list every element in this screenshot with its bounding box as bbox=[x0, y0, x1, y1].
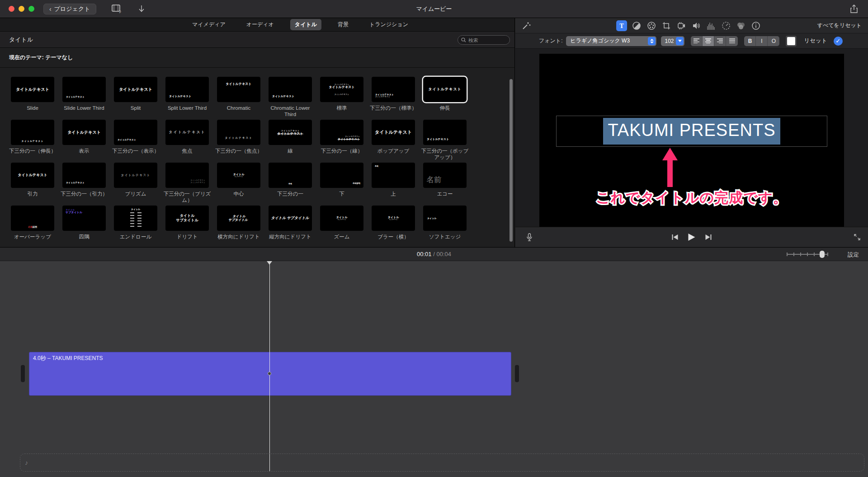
media-import-icon[interactable]: ♪ bbox=[112, 5, 123, 14]
search-field[interactable] bbox=[458, 35, 510, 45]
microphone-icon[interactable] bbox=[526, 233, 533, 242]
title-template-34[interactable]: タイトルサブタイトルブラー（横） bbox=[368, 206, 419, 248]
title-template-30[interactable]: タイトルサブタイトルドリフト bbox=[161, 206, 213, 248]
title-template-9[interactable]: タイトルテキスト下三分の一（伸長） bbox=[7, 120, 58, 163]
zoom-window-button[interactable] bbox=[28, 6, 34, 12]
timeline[interactable]: 4.0秒 – TAKUMI PRESENTS ♪ bbox=[0, 261, 868, 477]
title-template-1[interactable]: タイトルテキストSlide Lower Third bbox=[58, 77, 110, 120]
tab-4[interactable]: トランジション bbox=[365, 19, 413, 30]
skip-forward-icon[interactable] bbox=[705, 234, 712, 240]
title-template-32[interactable]: タイトル サブタイトル縦方向にドリフト bbox=[264, 206, 316, 248]
scrollbar-thumb[interactable] bbox=[509, 79, 513, 242]
title-text-box[interactable]: TAKUMI PRESENTS bbox=[556, 116, 827, 147]
title-template-7[interactable]: タイトルテキストタイトルテキスト下三分の一（標準） bbox=[368, 77, 419, 120]
title-template-19[interactable]: タイトルテキスト下三分の一（引力） bbox=[58, 163, 110, 206]
title-template-27[interactable]: 名前説明オーバーラップ bbox=[7, 206, 58, 248]
crop-icon[interactable] bbox=[661, 20, 672, 31]
italic-button[interactable]: I bbox=[756, 36, 768, 46]
title-template-15[interactable]: タイトルテキストタイトルテキスト下三分の一（線） bbox=[316, 120, 368, 163]
font-size-dropdown[interactable]: 102 bbox=[661, 36, 684, 46]
auto-enhance-wand-icon[interactable] bbox=[521, 21, 531, 31]
align-center-button[interactable] bbox=[703, 36, 714, 46]
settings-button[interactable]: 設定 bbox=[848, 251, 859, 259]
noise-reduction-icon[interactable] bbox=[706, 20, 717, 31]
media-tabbar: マイメディアオーディオタイトル背景トランジション bbox=[0, 18, 514, 32]
align-right-button[interactable] bbox=[714, 36, 726, 46]
preview-canvas[interactable]: TAKUMI PRESENTS これでタイトルの完成です。 bbox=[539, 54, 844, 227]
tab-2[interactable]: タイトル bbox=[290, 19, 321, 30]
template-label: 焦点 bbox=[161, 148, 213, 154]
reset-button[interactable]: リセット bbox=[804, 37, 827, 45]
slider-thumb[interactable] bbox=[820, 251, 825, 258]
title-template-3[interactable]: タイトルテキストSplit Lower Third bbox=[161, 77, 213, 120]
font-family-dropdown[interactable]: ヒラギノ角ゴシック W3 bbox=[566, 36, 656, 46]
title-template-8[interactable]: タイトルテキスト伸長 bbox=[419, 77, 471, 120]
title-template-26[interactable]: 名前エコー bbox=[419, 163, 471, 206]
title-template-24[interactable]: 名前/説明下 bbox=[316, 163, 368, 206]
title-template-28[interactable]: タイトルサブタイトル四隅 bbox=[58, 206, 110, 248]
stabilization-camera-icon[interactable] bbox=[676, 20, 687, 31]
playhead-handle-icon[interactable] bbox=[267, 261, 272, 265]
search-input[interactable] bbox=[468, 37, 505, 43]
tab-1[interactable]: オーディオ bbox=[242, 19, 278, 30]
text-settings-toolbar: フォント: ヒラギノ角ゴシック W3 102 B I O リセット ✓ bbox=[515, 33, 868, 49]
fullscreen-icon[interactable] bbox=[854, 234, 861, 241]
title-template-2[interactable]: タイトルテキストSplit bbox=[110, 77, 161, 120]
align-justify-button[interactable] bbox=[726, 36, 738, 46]
close-window-button[interactable] bbox=[9, 6, 14, 12]
title-template-35[interactable]: タイトルソフトエッジ bbox=[419, 206, 471, 248]
chevron-left-icon: ‹ bbox=[49, 5, 52, 13]
reset-all-button[interactable]: すべてをリセット bbox=[817, 22, 862, 29]
title-template-16[interactable]: タイトルテキストポップアップ bbox=[368, 120, 419, 163]
tab-0[interactable]: マイメディア bbox=[188, 19, 230, 30]
title-template-23[interactable]: 名前下三分の一 bbox=[264, 163, 316, 206]
title-template-13[interactable]: タイトルテキスト下三分の一（焦点） bbox=[213, 120, 264, 163]
title-template-33[interactable]: タイトルサブタイトルズーム bbox=[316, 206, 368, 248]
title-template-22[interactable]: タイトルサブタイトル中心 bbox=[213, 163, 264, 206]
text-color-well[interactable] bbox=[786, 36, 797, 47]
title-template-0[interactable]: タイトルテキストSlide bbox=[7, 77, 58, 120]
title-template-4[interactable]: タイトルテキストChromatic bbox=[213, 77, 264, 120]
title-template-11[interactable]: タイトルテキスト下三分の一（表示） bbox=[110, 120, 161, 163]
thumbnail-text: タイトルサブタイトル bbox=[217, 163, 260, 188]
title-template-12[interactable]: タイトルテキスト焦点 bbox=[161, 120, 213, 163]
title-template-14[interactable]: タイトルテキストタイトルテキスト線 bbox=[264, 120, 316, 163]
title-template-5[interactable]: タイトルテキストChromatic Lower Third bbox=[264, 77, 316, 120]
title-template-6[interactable]: タイトルテキストタイトルテキストタイトルテキスト標準 bbox=[316, 77, 368, 120]
title-template-10[interactable]: タイトルテキスト表示 bbox=[58, 120, 110, 163]
filters-icon[interactable] bbox=[736, 20, 746, 31]
align-left-button[interactable] bbox=[691, 36, 703, 46]
title-template-31[interactable]: タイトルサブタイトル横方向にドリフト bbox=[213, 206, 264, 248]
clip-trim-handle-left[interactable] bbox=[21, 365, 25, 382]
playhead[interactable] bbox=[269, 261, 270, 472]
share-icon[interactable] bbox=[850, 5, 858, 14]
volume-icon[interactable] bbox=[691, 20, 702, 31]
tab-3[interactable]: 背景 bbox=[333, 19, 353, 30]
title-template-29[interactable]: タイトルエンドロール bbox=[110, 206, 161, 248]
title-template-20[interactable]: タイトルテキストプリズム bbox=[110, 163, 161, 206]
apply-check-button[interactable]: ✓ bbox=[834, 37, 843, 46]
outline-button[interactable]: O bbox=[768, 36, 779, 46]
color-wheel-icon[interactable] bbox=[646, 20, 657, 31]
background-music-well[interactable]: ♪ bbox=[20, 454, 864, 472]
title-template-25[interactable]: 名前上 bbox=[368, 163, 419, 206]
title-template-21[interactable]: タイトルテキストタイトルテキスト下三分の一（プリズム） bbox=[161, 163, 213, 206]
bold-button[interactable]: B bbox=[744, 36, 756, 46]
color-balance-icon[interactable] bbox=[631, 20, 642, 31]
back-to-projects-button[interactable]: ‹ プロジェクト bbox=[43, 4, 96, 14]
timeline-zoom-slider[interactable] bbox=[787, 252, 828, 257]
selected-title-text[interactable]: TAKUMI PRESENTS bbox=[603, 118, 780, 145]
minimize-window-button[interactable] bbox=[19, 6, 24, 12]
title-template-18[interactable]: タイトルテキスト引力 bbox=[7, 163, 58, 206]
speed-gauge-icon[interactable] bbox=[721, 20, 731, 31]
clip-trim-handle-right[interactable] bbox=[515, 365, 519, 382]
play-icon[interactable] bbox=[688, 233, 696, 241]
thumbnail-text: タイトルテキストタイトルテキスト bbox=[375, 93, 394, 98]
download-arrow-icon[interactable] bbox=[138, 5, 145, 13]
text-settings-icon[interactable]: T bbox=[616, 20, 627, 31]
info-icon[interactable] bbox=[750, 20, 761, 31]
back-button-label: プロジェクト bbox=[54, 5, 90, 13]
title-template-17[interactable]: タイトルテキスト下三分の一（ポップアップ） bbox=[419, 120, 471, 163]
current-theme-label: 現在のテーマ: テーマなし bbox=[9, 54, 73, 61]
skip-back-icon[interactable] bbox=[672, 234, 679, 240]
